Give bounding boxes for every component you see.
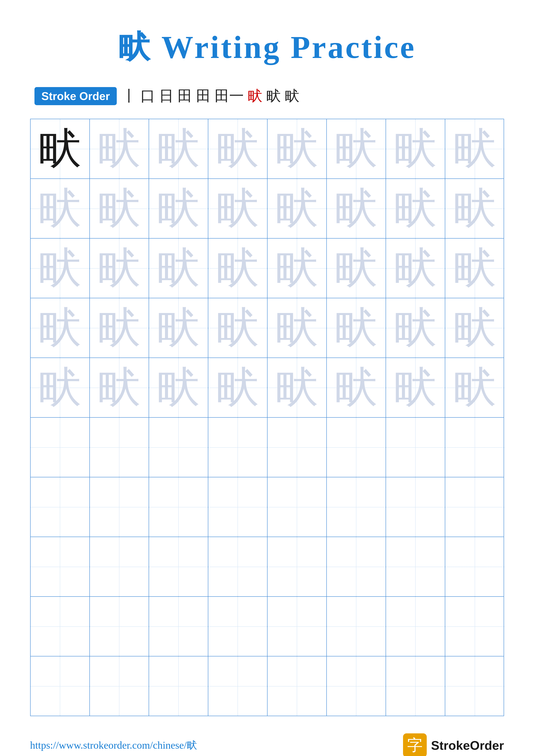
grid-cell (208, 657, 267, 716)
grid-cell: 畎 (445, 179, 504, 238)
grid-cell (208, 477, 267, 537)
practice-grid: 畎畎畎畎畎畎畎畎畎畎畎畎畎畎畎畎畎畎畎畎畎畎畎畎畎畎畎畎畎畎畎畎畎畎畎畎畎畎畎畎 (30, 119, 504, 716)
grid-cell: 畎 (149, 119, 208, 178)
grid-cell (386, 537, 445, 596)
grid-cell: 畎 (327, 298, 386, 358)
grid-cell: 畎 (90, 298, 149, 358)
footer-url: https://www.strokeorder.com/chinese/畎 (30, 738, 197, 752)
grid-cell (386, 597, 445, 656)
grid-cell (208, 418, 267, 477)
grid-cell: 畎 (445, 119, 504, 178)
cell-character: 畎 (216, 127, 259, 171)
cell-character: 畎 (394, 307, 437, 350)
footer-logo-icon: 字 (403, 733, 427, 756)
grid-row (31, 597, 504, 657)
stroke-steps: 丨 口 日 田 田 田一 畎 畎 畎 (122, 86, 299, 106)
grid-cell: 畎 (208, 298, 267, 358)
footer-logo-text: StrokeOrder (431, 738, 504, 753)
grid-cell: 畎 (31, 179, 90, 238)
grid-cell (149, 597, 208, 656)
cell-character: 畎 (157, 366, 200, 409)
grid-cell: 畎 (208, 119, 267, 178)
stroke-step-3: 日 (159, 86, 174, 106)
grid-cell: 畎 (327, 179, 386, 238)
cell-character: 畎 (216, 247, 259, 290)
grid-cell: 畎 (149, 358, 208, 417)
grid-row (31, 657, 504, 716)
stroke-step-2: 口 (140, 86, 155, 106)
grid-row (31, 537, 504, 597)
cell-character: 畎 (38, 366, 81, 409)
footer: https://www.strokeorder.com/chinese/畎 字 … (30, 733, 504, 756)
grid-cell (386, 477, 445, 537)
grid-cell: 畎 (386, 358, 445, 417)
stroke-step-9: 畎 (285, 86, 299, 106)
grid-cell: 畎 (208, 179, 267, 238)
grid-cell: 畎 (90, 119, 149, 178)
cell-character: 畎 (216, 307, 259, 350)
grid-cell (149, 477, 208, 537)
grid-cell (149, 657, 208, 716)
grid-cell (267, 418, 327, 477)
grid-cell (445, 418, 504, 477)
grid-cell: 畎 (31, 119, 90, 178)
stroke-step-1: 丨 (122, 86, 137, 106)
grid-cell: 畎 (267, 358, 327, 417)
grid-row: 畎畎畎畎畎畎畎畎 (31, 358, 504, 418)
grid-cell (445, 597, 504, 656)
stroke-step-6: 田一 (215, 86, 244, 106)
grid-cell (267, 477, 327, 537)
grid-cell (386, 657, 445, 716)
grid-cell: 畎 (90, 179, 149, 238)
grid-cell (90, 537, 149, 596)
grid-cell (90, 657, 149, 716)
page-title: 畎 Writing Practice (118, 26, 416, 69)
grid-cell: 畎 (386, 239, 445, 298)
grid-cell (31, 477, 90, 537)
stroke-step-5: 田 (196, 86, 211, 106)
grid-cell: 畎 (327, 358, 386, 417)
grid-row: 畎畎畎畎畎畎畎畎 (31, 119, 504, 179)
cell-character: 畎 (453, 187, 496, 230)
cell-character: 畎 (453, 247, 496, 290)
cell-character: 畎 (453, 307, 496, 350)
grid-cell: 畎 (386, 298, 445, 358)
grid-cell (267, 537, 327, 596)
stroke-step-7: 畎 (248, 86, 262, 106)
grid-cell (327, 477, 386, 537)
grid-cell (327, 418, 386, 477)
grid-row: 畎畎畎畎畎畎畎畎 (31, 179, 504, 239)
grid-cell: 畎 (149, 239, 208, 298)
grid-cell: 畎 (90, 358, 149, 417)
grid-cell: 畎 (327, 119, 386, 178)
grid-cell: 畎 (149, 298, 208, 358)
cell-character: 畎 (157, 127, 200, 171)
grid-cell (31, 657, 90, 716)
grid-cell (327, 537, 386, 596)
grid-cell (90, 477, 149, 537)
stroke-step-4: 田 (177, 86, 192, 106)
cell-character: 畎 (394, 366, 437, 409)
cell-character: 畎 (335, 187, 378, 230)
cell-character: 畎 (157, 307, 200, 350)
cell-character: 畎 (394, 247, 437, 290)
cell-character: 畎 (335, 247, 378, 290)
page: 畎 Writing Practice Stroke Order 丨 口 日 田 … (0, 0, 534, 756)
cell-character: 畎 (38, 127, 81, 171)
grid-cell: 畎 (386, 179, 445, 238)
grid-cell (149, 537, 208, 596)
grid-cell (327, 657, 386, 716)
cell-character: 畎 (98, 247, 141, 290)
grid-cell (31, 418, 90, 477)
grid-cell: 畎 (267, 298, 327, 358)
cell-character: 畎 (275, 247, 318, 290)
cell-character: 畎 (275, 307, 318, 350)
cell-character: 畎 (335, 127, 378, 171)
grid-cell: 畎 (267, 119, 327, 178)
grid-cell: 畎 (445, 239, 504, 298)
cell-character: 畎 (98, 307, 141, 350)
grid-cell (386, 418, 445, 477)
cell-character: 畎 (335, 366, 378, 409)
cell-character: 畎 (216, 187, 259, 230)
cell-character: 畎 (38, 187, 81, 230)
